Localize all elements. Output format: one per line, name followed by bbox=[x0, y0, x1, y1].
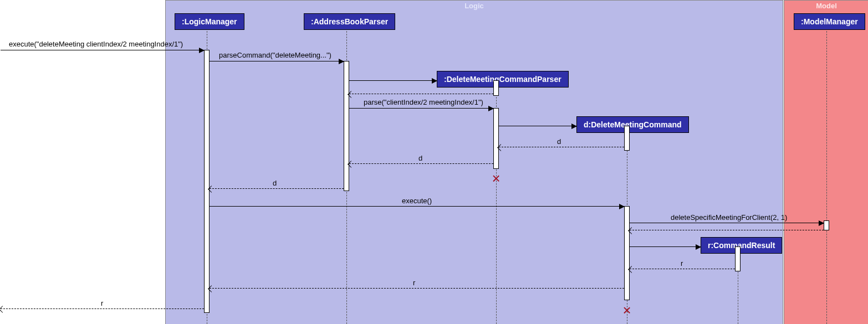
activation-address-book-parser bbox=[344, 61, 349, 191]
model-frame: Model bbox=[784, 0, 868, 324]
msg-delete-specific-label: deleteSpecificMeetingForClient(2, 1) bbox=[671, 213, 787, 222]
activation-delete-meeting-parser-parse bbox=[493, 108, 499, 169]
participant-delete-meeting-command: d:DeleteMeetingCommand bbox=[576, 116, 689, 133]
activation-command-result bbox=[735, 246, 741, 271]
destroy-icon: × bbox=[620, 304, 634, 317]
msg-execute-entry bbox=[1, 50, 204, 50]
msg-return-d2-label: d bbox=[418, 154, 422, 162]
msg-return-d2 bbox=[349, 163, 493, 164]
msg-parse-command-label: parseCommand("deleteMeeting...") bbox=[219, 51, 331, 59]
logic-frame: Logic bbox=[165, 0, 783, 324]
msg-return-r2-label: r bbox=[413, 279, 415, 287]
msg-return-d3 bbox=[210, 188, 344, 189]
msg-parse-args-label: parse("clientIndex/2 meetingIndex/1") bbox=[364, 98, 483, 106]
participant-command-result: r:CommandResult bbox=[701, 237, 782, 254]
participant-model-manager: :ModelManager bbox=[794, 13, 865, 30]
activation-delete-meeting-parser-create bbox=[493, 80, 499, 96]
destroy-icon: × bbox=[489, 172, 503, 185]
msg-return-r3-label: r bbox=[101, 299, 103, 307]
msg-return-r1-label: r bbox=[681, 259, 683, 268]
msg-return-r3 bbox=[1, 308, 204, 309]
msg-execute-entry-label: execute("deleteMeeting clientIndex/2 mee… bbox=[9, 40, 183, 48]
msg-delete-specific bbox=[630, 223, 824, 223]
activation-delete-meeting-command-create bbox=[624, 126, 630, 151]
msg-parse-args bbox=[349, 108, 493, 109]
sequence-diagram: Logic Model :LogicManager :AddressBookPa… bbox=[0, 0, 868, 324]
lifeline-model-manager bbox=[826, 31, 827, 324]
logic-frame-label: Logic bbox=[464, 2, 484, 10]
participant-logic-manager: :LogicManager bbox=[175, 13, 244, 30]
msg-create-result bbox=[630, 246, 701, 247]
participant-address-book-parser: :AddressBookParser bbox=[304, 13, 395, 30]
msg-create-command bbox=[499, 126, 576, 126]
model-frame-label: Model bbox=[816, 2, 837, 10]
msg-execute-call bbox=[210, 206, 624, 207]
msg-return-model bbox=[630, 230, 824, 230]
activation-model-manager bbox=[824, 220, 829, 230]
msg-return-d3-label: d bbox=[273, 179, 277, 187]
msg-execute-call-label: execute() bbox=[402, 197, 432, 205]
activation-logic-manager bbox=[204, 50, 210, 313]
msg-return-d1-label: d bbox=[557, 137, 561, 146]
msg-return-r2 bbox=[210, 288, 624, 289]
msg-return-d1 bbox=[499, 147, 624, 147]
activation-delete-meeting-command-execute bbox=[624, 206, 630, 300]
msg-create-parser bbox=[349, 80, 437, 81]
participant-delete-meeting-parser: :DeleteMeetingCommandParser bbox=[437, 71, 569, 88]
msg-return-r1 bbox=[630, 269, 735, 269]
msg-parse-command bbox=[210, 61, 344, 61]
msg-return-parser bbox=[349, 94, 493, 94]
